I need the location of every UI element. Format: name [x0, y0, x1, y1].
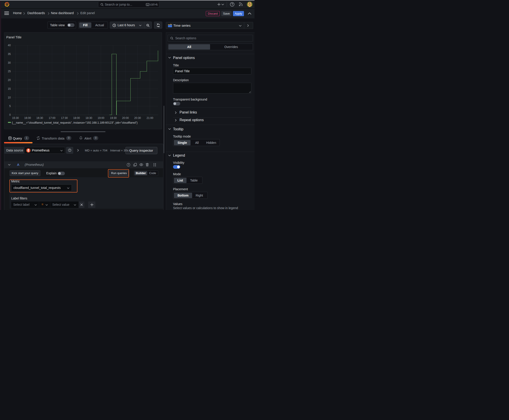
svg-text:18:00: 18:00 [73, 116, 80, 120]
svg-text:20:30: 20:30 [134, 116, 141, 120]
svg-text:15: 15 [8, 87, 11, 90]
svg-text:16:30: 16:30 [36, 116, 43, 120]
svg-text:19:00: 19:00 [98, 116, 104, 120]
svg-text:35: 35 [8, 52, 11, 56]
svg-text:30: 30 [8, 61, 11, 64]
svg-text:15:30: 15:30 [12, 116, 19, 120]
svg-text:25: 25 [8, 70, 11, 73]
svg-text:17:30: 17:30 [61, 116, 68, 120]
svg-text:17:00: 17:00 [49, 116, 55, 120]
svg-text:16:00: 16:00 [24, 116, 31, 120]
svg-text:18:30: 18:30 [85, 116, 92, 120]
svg-text:19:30: 19:30 [110, 116, 117, 120]
svg-text:0: 0 [9, 113, 11, 116]
svg-text:20: 20 [8, 79, 11, 82]
svg-text:20:00: 20:00 [122, 116, 129, 120]
svg-text:5: 5 [9, 105, 11, 108]
svg-text:21:00: 21:00 [146, 116, 153, 120]
svg-text:40: 40 [8, 44, 11, 47]
svg-text:{__name__="cloudflared_tunnel_: {__name__="cloudflared_tunnel_total_requ… [12, 121, 137, 124]
svg-text:10: 10 [8, 96, 11, 99]
